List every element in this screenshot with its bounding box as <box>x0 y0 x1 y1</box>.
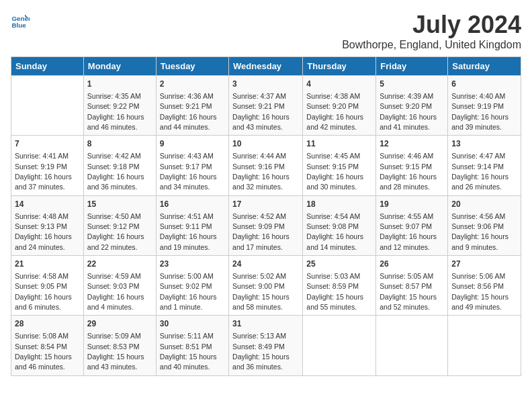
day-info: Sunrise: 4:52 AM Sunset: 9:09 PM Dayligh… <box>232 212 290 251</box>
day-number: 24 <box>232 259 299 270</box>
calendar-cell: 8Sunrise: 4:42 AM Sunset: 9:18 PM Daylig… <box>83 136 156 195</box>
day-number: 21 <box>15 259 80 270</box>
day-of-week-header: Friday <box>376 57 448 76</box>
calendar-table: SundayMondayTuesdayWednesdayThursdayFrid… <box>11 56 521 376</box>
day-number: 10 <box>232 138 299 150</box>
calendar-week-row: 21Sunrise: 4:58 AM Sunset: 9:05 PM Dayli… <box>11 256 521 316</box>
day-number: 22 <box>87 259 152 270</box>
calendar-cell <box>448 316 521 375</box>
calendar-cell: 5Sunrise: 4:39 AM Sunset: 9:20 PM Daylig… <box>376 76 448 136</box>
calendar-cell: 21Sunrise: 4:58 AM Sunset: 9:05 PM Dayli… <box>11 256 84 316</box>
day-info: Sunrise: 5:02 AM Sunset: 9:00 PM Dayligh… <box>232 272 290 311</box>
calendar-cell: 27Sunrise: 5:06 AM Sunset: 8:56 PM Dayli… <box>448 256 521 316</box>
day-number: 2 <box>160 79 225 90</box>
calendar-cell: 14Sunrise: 4:48 AM Sunset: 9:13 PM Dayli… <box>11 195 84 255</box>
calendar-cell: 10Sunrise: 4:44 AM Sunset: 9:16 PM Dayli… <box>229 136 303 195</box>
day-number: 26 <box>380 259 444 270</box>
calendar-cell: 22Sunrise: 4:59 AM Sunset: 9:03 PM Dayli… <box>83 256 156 316</box>
day-info: Sunrise: 4:37 AM Sunset: 9:21 PM Dayligh… <box>232 92 290 131</box>
day-info: Sunrise: 5:11 AM Sunset: 8:51 PM Dayligh… <box>160 332 217 371</box>
calendar-cell: 6Sunrise: 4:40 AM Sunset: 9:19 PM Daylig… <box>448 76 521 136</box>
day-info: Sunrise: 5:03 AM Sunset: 8:59 PM Dayligh… <box>306 272 363 311</box>
logo-icon: General Blue <box>11 11 30 30</box>
day-info: Sunrise: 4:38 AM Sunset: 9:20 PM Dayligh… <box>306 92 363 131</box>
calendar-cell <box>11 76 84 136</box>
subtitle: Bowthorpe, England, United Kingdom <box>342 39 521 51</box>
day-number: 17 <box>232 199 299 210</box>
calendar-week-row: 7Sunrise: 4:41 AM Sunset: 9:19 PM Daylig… <box>11 136 521 195</box>
day-info: Sunrise: 4:45 AM Sunset: 9:15 PM Dayligh… <box>306 152 363 191</box>
day-header-row: SundayMondayTuesdayWednesdayThursdayFrid… <box>11 57 521 76</box>
day-info: Sunrise: 4:44 AM Sunset: 9:16 PM Dayligh… <box>232 152 290 191</box>
calendar-cell: 31Sunrise: 5:13 AM Sunset: 8:49 PM Dayli… <box>229 316 303 375</box>
day-info: Sunrise: 4:56 AM Sunset: 9:06 PM Dayligh… <box>451 212 508 251</box>
calendar-cell: 7Sunrise: 4:41 AM Sunset: 9:19 PM Daylig… <box>11 136 84 195</box>
calendar-cell: 29Sunrise: 5:09 AM Sunset: 8:53 PM Dayli… <box>83 316 156 375</box>
day-of-week-header: Wednesday <box>229 57 303 76</box>
day-info: Sunrise: 5:06 AM Sunset: 8:56 PM Dayligh… <box>451 272 508 311</box>
day-number: 19 <box>380 199 444 210</box>
calendar-cell: 25Sunrise: 5:03 AM Sunset: 8:59 PM Dayli… <box>303 256 376 316</box>
day-info: Sunrise: 4:41 AM Sunset: 9:19 PM Dayligh… <box>15 152 72 191</box>
day-number: 12 <box>380 138 444 150</box>
calendar-cell: 20Sunrise: 4:56 AM Sunset: 9:06 PM Dayli… <box>448 195 521 255</box>
calendar-cell: 4Sunrise: 4:38 AM Sunset: 9:20 PM Daylig… <box>303 76 376 136</box>
day-number: 3 <box>232 79 299 90</box>
day-info: Sunrise: 4:42 AM Sunset: 9:18 PM Dayligh… <box>87 152 144 191</box>
day-info: Sunrise: 4:55 AM Sunset: 9:07 PM Dayligh… <box>380 212 437 251</box>
day-number: 18 <box>306 199 372 210</box>
day-number: 4 <box>306 79 372 90</box>
day-info: Sunrise: 4:43 AM Sunset: 9:17 PM Dayligh… <box>160 152 217 191</box>
calendar-cell: 16Sunrise: 4:51 AM Sunset: 9:11 PM Dayli… <box>156 195 228 255</box>
calendar-cell <box>376 316 448 375</box>
calendar-cell: 11Sunrise: 4:45 AM Sunset: 9:15 PM Dayli… <box>303 136 376 195</box>
day-number: 15 <box>87 199 152 210</box>
day-number: 16 <box>160 199 225 210</box>
day-number: 29 <box>87 318 152 330</box>
day-info: Sunrise: 4:51 AM Sunset: 9:11 PM Dayligh… <box>160 212 217 251</box>
calendar-cell: 12Sunrise: 4:46 AM Sunset: 9:15 PM Dayli… <box>376 136 448 195</box>
calendar-cell: 2Sunrise: 4:36 AM Sunset: 9:21 PM Daylig… <box>156 76 228 136</box>
calendar-week-row: 1Sunrise: 4:35 AM Sunset: 9:22 PM Daylig… <box>11 76 521 136</box>
day-of-week-header: Saturday <box>448 57 521 76</box>
day-info: Sunrise: 4:35 AM Sunset: 9:22 PM Dayligh… <box>87 92 144 131</box>
header: General Blue July 2024 Bowthorpe, Englan… <box>11 11 521 51</box>
calendar-cell: 17Sunrise: 4:52 AM Sunset: 9:09 PM Dayli… <box>229 195 303 255</box>
day-number: 8 <box>87 138 152 150</box>
day-info: Sunrise: 4:48 AM Sunset: 9:13 PM Dayligh… <box>15 212 72 251</box>
calendar-cell: 23Sunrise: 5:00 AM Sunset: 9:02 PM Dayli… <box>156 256 228 316</box>
day-number: 28 <box>15 318 80 330</box>
day-number: 5 <box>380 79 444 90</box>
day-number: 11 <box>306 138 372 150</box>
month-title: July 2024 <box>342 11 521 39</box>
day-number: 20 <box>451 199 517 210</box>
day-of-week-header: Thursday <box>303 57 376 76</box>
day-number: 6 <box>451 79 517 90</box>
day-info: Sunrise: 4:46 AM Sunset: 9:15 PM Dayligh… <box>380 152 437 191</box>
day-info: Sunrise: 4:58 AM Sunset: 9:05 PM Dayligh… <box>15 272 72 311</box>
svg-text:Blue: Blue <box>11 21 26 29</box>
calendar-cell: 13Sunrise: 4:47 AM Sunset: 9:14 PM Dayli… <box>448 136 521 195</box>
day-info: Sunrise: 4:50 AM Sunset: 9:12 PM Dayligh… <box>87 212 144 251</box>
day-info: Sunrise: 4:54 AM Sunset: 9:08 PM Dayligh… <box>306 212 363 251</box>
day-number: 25 <box>306 259 372 270</box>
day-number: 23 <box>160 259 225 270</box>
day-number: 7 <box>15 138 80 150</box>
calendar-cell: 26Sunrise: 5:05 AM Sunset: 8:57 PM Dayli… <box>376 256 448 316</box>
day-info: Sunrise: 4:40 AM Sunset: 9:19 PM Dayligh… <box>451 92 508 131</box>
day-info: Sunrise: 4:47 AM Sunset: 9:14 PM Dayligh… <box>451 152 508 191</box>
calendar-week-row: 28Sunrise: 5:08 AM Sunset: 8:54 PM Dayli… <box>11 316 521 375</box>
calendar-body: 1Sunrise: 4:35 AM Sunset: 9:22 PM Daylig… <box>11 76 521 376</box>
calendar-cell: 24Sunrise: 5:02 AM Sunset: 9:00 PM Dayli… <box>229 256 303 316</box>
day-info: Sunrise: 5:09 AM Sunset: 8:53 PM Dayligh… <box>87 332 144 371</box>
day-info: Sunrise: 4:36 AM Sunset: 9:21 PM Dayligh… <box>160 92 217 131</box>
calendar-cell: 30Sunrise: 5:11 AM Sunset: 8:51 PM Dayli… <box>156 316 228 375</box>
day-number: 14 <box>15 199 80 210</box>
day-number: 30 <box>160 318 225 330</box>
calendar-week-row: 14Sunrise: 4:48 AM Sunset: 9:13 PM Dayli… <box>11 195 521 255</box>
day-of-week-header: Tuesday <box>156 57 228 76</box>
calendar-cell: 28Sunrise: 5:08 AM Sunset: 8:54 PM Dayli… <box>11 316 84 375</box>
calendar-cell: 3Sunrise: 4:37 AM Sunset: 9:21 PM Daylig… <box>229 76 303 136</box>
day-info: Sunrise: 4:39 AM Sunset: 9:20 PM Dayligh… <box>380 92 437 131</box>
day-number: 1 <box>87 79 152 90</box>
